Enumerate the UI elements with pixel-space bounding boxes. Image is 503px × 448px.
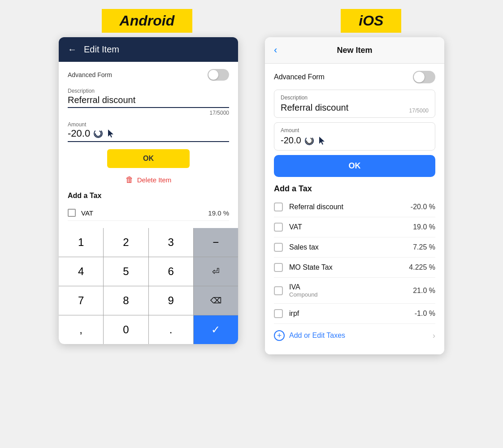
ios-tax-checkbox-0[interactable] [274,202,283,211]
ios-tax-checkbox-4[interactable] [274,286,283,295]
ios-tax-name-5: irpf [289,310,408,318]
android-tax-row-vat: VAT 19.0 % [68,205,229,221]
ios-title: New Item [337,46,372,55]
android-header: ← Edit Item [59,37,238,62]
ios-amount-value[interactable]: -20.0 [281,135,301,146]
android-add-tax-label: Add a Tax [68,192,229,200]
ios-tax-checkbox-3[interactable] [274,263,283,272]
ios-tax-pct-5: -1.0 % [415,310,435,318]
ios-char-count: 17/5000 [409,108,429,114]
ios-label: iOS [341,9,401,33]
ios-tax-row-3: MO State Tax 4.225 % [274,258,435,278]
ios-tax-pct-1: 19.0 % [413,223,435,231]
numpad-comma[interactable]: , [59,315,103,344]
ios-phone: ‹ New Item Advanced Form Description Ref… [265,37,444,354]
android-numpad: 1 2 3 − 4 5 6 ⏎ 7 8 9 ⌫ , 0 . ✓ [59,228,238,344]
ios-add-edit-taxes-row[interactable]: + Add or Edit Taxes › [274,324,435,347]
ios-tax-row-0: Referral discount -20.0 % [274,197,435,217]
android-back-button[interactable]: ← [68,44,77,55]
android-delete-label: Delete Item [137,176,172,184]
android-delete-button[interactable]: 🗑 Delete Item [68,175,229,185]
numpad-2[interactable]: 2 [104,228,148,257]
ios-amount-label: Amount [281,127,429,134]
svg-point-2 [306,138,312,143]
ios-cursor-icon [317,136,327,146]
numpad-backspace[interactable]: ⌫ [194,286,238,315]
numpad-dot[interactable]: . [149,315,193,344]
ios-advanced-form-label: Advanced Form [274,73,325,81]
ios-tax-pct-0: -20.0 % [411,203,435,211]
ios-tax-name-1: VAT [289,223,407,231]
android-vat-value: 19.0 % [208,209,229,217]
numpad-7[interactable]: 7 [59,286,103,315]
android-vat-name: VAT [81,209,203,217]
chevron-right-icon: › [433,331,435,340]
numpad-0[interactable]: 0 [104,315,148,344]
android-ok-button[interactable]: OK [107,149,190,168]
ios-description-label: Description [281,95,429,101]
ios-description-field[interactable]: Description Referral discount 17/5000 [274,90,435,118]
circle-plus-icon: + [274,330,285,341]
ios-tax-name-4: IVA [289,283,407,291]
ios-tax-name-2: Sales tax [289,243,407,251]
ios-tax-name-0: Referral discount [289,203,404,211]
numpad-6[interactable]: 6 [149,257,193,286]
svg-marker-1 [108,129,113,138]
ios-add-tax-label: Add a Tax [274,184,435,194]
android-description-label: Description [68,88,229,94]
ios-header: ‹ New Item [265,37,444,64]
numpad-9[interactable]: 9 [149,286,193,315]
ios-tax-row-1: VAT 19.0 % [274,217,435,237]
ios-advanced-form-toggle[interactable] [413,71,435,83]
ios-tax-checkbox-2[interactable] [274,243,283,252]
numpad-enter[interactable]: ⏎ [194,257,238,286]
ios-description-value[interactable]: Referral discount [281,103,429,113]
ios-back-button[interactable]: ‹ [274,44,277,56]
numpad-confirm[interactable]: ✓ [194,315,238,344]
svg-point-0 [95,131,101,137]
android-amount-value[interactable]: -20.0 [68,128,90,139]
numpad-4[interactable]: 4 [59,257,103,286]
android-phone: ← Edit Item Advanced Form Description Re… [59,37,238,344]
android-advanced-form-label: Advanced Form [68,71,112,78]
ios-ok-button[interactable]: OK [274,155,435,177]
ios-tax-row-2: Sales tax 7.25 % [274,237,435,258]
android-advanced-form-toggle[interactable] [208,69,229,81]
ios-tax-pct-3: 4.225 % [409,263,435,271]
ios-tax-pct-4: 21.0 % [413,287,435,295]
android-description-field: Description Referral discount [68,88,229,108]
ios-tax-checkbox-1[interactable] [274,223,283,232]
cursor-icon [106,129,116,138]
ios-tax-pct-2: 7.25 % [413,243,435,251]
numpad-1[interactable]: 1 [59,228,103,257]
ios-tax-checkbox-5[interactable] [274,309,283,318]
trash-icon: 🗑 [126,175,134,185]
android-label: Android [102,9,193,33]
ios-tax-row-5: irpf -1.0 % [274,304,435,324]
ios-loading-spinner [305,136,314,145]
android-title: Edit Item [84,44,119,55]
ios-add-edit-taxes-label: Add or Edit Taxes [289,332,345,340]
numpad-5[interactable]: 5 [104,257,148,286]
android-vat-checkbox[interactable] [68,209,76,217]
ios-tax-name-3: MO State Tax [289,263,403,271]
ios-tax-sub-4: Compound [289,291,407,298]
android-amount-label: Amount [68,121,229,128]
numpad-minus[interactable]: − [194,228,238,257]
loading-spinner [94,129,103,138]
ios-amount-field[interactable]: Amount -20.0 [274,122,435,151]
android-description-value[interactable]: Referral discount [68,95,229,108]
ios-tax-row-4: IVA Compound 21.0 % [274,278,435,304]
svg-marker-3 [319,137,325,145]
android-char-count: 17/5000 [68,110,229,116]
numpad-3[interactable]: 3 [149,228,193,257]
numpad-8[interactable]: 8 [104,286,148,315]
